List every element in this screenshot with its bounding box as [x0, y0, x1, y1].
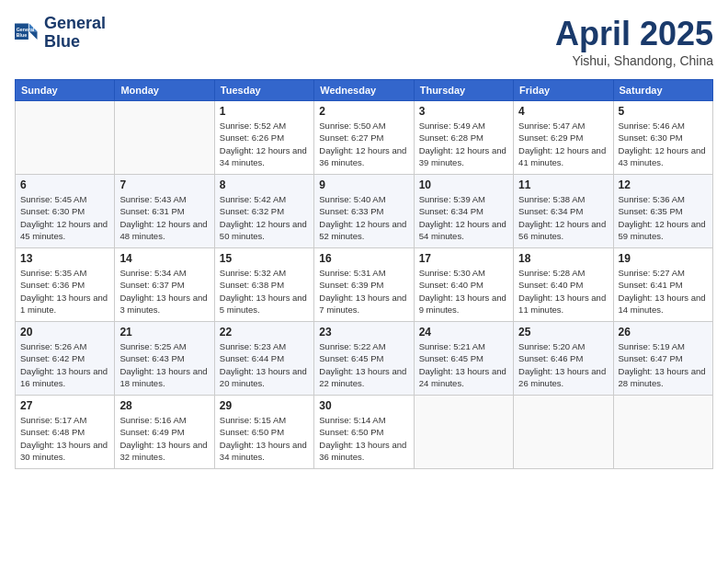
day-info: Sunrise: 5:32 AMSunset: 6:38 PMDaylight:… [220, 267, 309, 316]
day-info: Sunrise: 5:16 AMSunset: 6:49 PMDaylight:… [119, 414, 209, 463]
weekday-header: Tuesday [214, 80, 313, 101]
calendar-day-cell [514, 396, 613, 469]
day-info: Sunrise: 5:23 AMSunset: 6:44 PMDaylight:… [220, 340, 309, 389]
calendar-week-row: 20Sunrise: 5:26 AMSunset: 6:42 PMDayligh… [16, 322, 713, 396]
day-info: Sunrise: 5:43 AMSunset: 6:31 PMDaylight:… [119, 193, 209, 242]
calendar-day-cell: 21Sunrise: 5:25 AMSunset: 6:43 PMDayligh… [115, 322, 214, 396]
svg-text:General: General [17, 27, 35, 32]
day-info: Sunrise: 5:38 AMSunset: 6:34 PMDaylight:… [518, 193, 608, 242]
day-number: 5 [619, 105, 708, 118]
day-info: Sunrise: 5:27 AMSunset: 6:41 PMDaylight:… [619, 267, 708, 316]
day-number: 20 [20, 326, 109, 339]
calendar-day-cell: 7Sunrise: 5:43 AMSunset: 6:31 PMDaylight… [115, 175, 214, 248]
calendar-day-cell [414, 396, 513, 469]
calendar-day-cell: 16Sunrise: 5:31 AMSunset: 6:39 PMDayligh… [314, 248, 414, 322]
calendar-day-cell [16, 101, 115, 175]
day-number: 9 [319, 178, 408, 191]
calendar-body: 1Sunrise: 5:52 AMSunset: 6:26 PMDaylight… [16, 101, 713, 469]
calendar-day-cell: 6Sunrise: 5:45 AMSunset: 6:30 PMDaylight… [16, 175, 115, 248]
calendar-week-row: 13Sunrise: 5:35 AMSunset: 6:36 PMDayligh… [16, 248, 713, 322]
calendar-day-cell: 23Sunrise: 5:22 AMSunset: 6:45 PMDayligh… [314, 322, 414, 396]
day-number: 10 [419, 178, 508, 191]
day-number: 30 [319, 399, 408, 412]
calendar-day-cell: 27Sunrise: 5:17 AMSunset: 6:48 PMDayligh… [16, 396, 115, 469]
calendar-day-cell: 24Sunrise: 5:21 AMSunset: 6:45 PMDayligh… [414, 322, 513, 396]
day-number: 8 [220, 178, 309, 191]
day-info: Sunrise: 5:15 AMSunset: 6:50 PMDaylight:… [220, 414, 309, 463]
day-number: 14 [119, 252, 209, 265]
day-info: Sunrise: 5:49 AMSunset: 6:28 PMDaylight:… [419, 120, 508, 168]
day-info: Sunrise: 5:50 AMSunset: 6:27 PMDaylight:… [319, 120, 408, 168]
day-info: Sunrise: 5:39 AMSunset: 6:34 PMDaylight:… [419, 193, 508, 242]
calendar-day-cell: 5Sunrise: 5:46 AMSunset: 6:30 PMDaylight… [613, 101, 712, 175]
day-info: Sunrise: 5:46 AMSunset: 6:30 PMDaylight:… [619, 120, 708, 168]
calendar-day-cell: 3Sunrise: 5:49 AMSunset: 6:28 PMDaylight… [414, 101, 513, 175]
day-info: Sunrise: 5:14 AMSunset: 6:50 PMDaylight:… [319, 414, 408, 463]
calendar-day-cell: 12Sunrise: 5:36 AMSunset: 6:35 PMDayligh… [613, 175, 712, 248]
svg-text:Blue: Blue [17, 32, 27, 38]
logo-line1: General [44, 15, 106, 33]
day-info: Sunrise: 5:26 AMSunset: 6:42 PMDaylight:… [20, 340, 109, 389]
day-info: Sunrise: 5:34 AMSunset: 6:37 PMDaylight:… [119, 267, 209, 316]
calendar-day-cell: 19Sunrise: 5:27 AMSunset: 6:41 PMDayligh… [613, 248, 712, 322]
calendar-day-cell: 1Sunrise: 5:52 AMSunset: 6:26 PMDaylight… [214, 101, 313, 175]
day-number: 18 [518, 252, 608, 265]
day-info: Sunrise: 5:31 AMSunset: 6:39 PMDaylight:… [319, 267, 408, 316]
calendar-day-cell: 20Sunrise: 5:26 AMSunset: 6:42 PMDayligh… [16, 322, 115, 396]
weekday-header: Sunday [16, 80, 115, 101]
day-number: 21 [119, 326, 209, 339]
day-number: 27 [20, 399, 109, 412]
calendar-day-cell: 8Sunrise: 5:42 AMSunset: 6:32 PMDaylight… [214, 175, 313, 248]
day-number: 12 [619, 178, 708, 191]
day-info: Sunrise: 5:36 AMSunset: 6:35 PMDaylight:… [619, 193, 708, 242]
calendar-day-cell: 26Sunrise: 5:19 AMSunset: 6:47 PMDayligh… [613, 322, 712, 396]
day-number: 11 [518, 178, 608, 191]
weekday-header: Thursday [414, 80, 513, 101]
day-info: Sunrise: 5:19 AMSunset: 6:47 PMDaylight:… [619, 340, 708, 389]
day-number: 29 [220, 399, 309, 412]
logo-line2: Blue [44, 33, 106, 52]
title-block: April 2025 Yishui, Shandong, China [555, 15, 713, 68]
day-number: 17 [419, 252, 508, 265]
day-number: 22 [220, 326, 309, 339]
calendar-day-cell: 11Sunrise: 5:38 AMSunset: 6:34 PMDayligh… [514, 175, 613, 248]
calendar-day-cell: 4Sunrise: 5:47 AMSunset: 6:29 PMDaylight… [514, 101, 613, 175]
day-number: 28 [119, 399, 209, 412]
calendar-day-cell: 17Sunrise: 5:30 AMSunset: 6:40 PMDayligh… [414, 248, 513, 322]
calendar-day-cell: 15Sunrise: 5:32 AMSunset: 6:38 PMDayligh… [214, 248, 313, 322]
day-info: Sunrise: 5:25 AMSunset: 6:43 PMDaylight:… [119, 340, 209, 389]
day-info: Sunrise: 5:52 AMSunset: 6:26 PMDaylight:… [220, 120, 309, 168]
day-number: 25 [518, 326, 608, 339]
calendar-day-cell: 10Sunrise: 5:39 AMSunset: 6:34 PMDayligh… [414, 175, 513, 248]
day-number: 2 [319, 105, 408, 118]
weekday-header: Wednesday [314, 80, 414, 101]
day-number: 23 [319, 326, 408, 339]
day-info: Sunrise: 5:30 AMSunset: 6:40 PMDaylight:… [419, 267, 508, 316]
day-info: Sunrise: 5:20 AMSunset: 6:46 PMDaylight:… [518, 340, 608, 389]
day-info: Sunrise: 5:42 AMSunset: 6:32 PMDaylight:… [220, 193, 309, 242]
day-info: Sunrise: 5:47 AMSunset: 6:29 PMDaylight:… [518, 120, 608, 168]
calendar-header: SundayMondayTuesdayWednesdayThursdayFrid… [16, 80, 713, 101]
calendar-day-cell: 22Sunrise: 5:23 AMSunset: 6:44 PMDayligh… [214, 322, 313, 396]
calendar-day-cell: 13Sunrise: 5:35 AMSunset: 6:36 PMDayligh… [16, 248, 115, 322]
day-number: 16 [319, 252, 408, 265]
calendar-day-cell: 18Sunrise: 5:28 AMSunset: 6:40 PMDayligh… [514, 248, 613, 322]
day-number: 19 [619, 252, 708, 265]
weekday-header: Saturday [613, 80, 712, 101]
day-info: Sunrise: 5:28 AMSunset: 6:40 PMDaylight:… [518, 267, 608, 316]
calendar-day-cell [613, 396, 712, 469]
day-info: Sunrise: 5:40 AMSunset: 6:33 PMDaylight:… [319, 193, 408, 242]
calendar-day-cell [115, 101, 214, 175]
day-number: 7 [119, 178, 209, 191]
day-number: 3 [419, 105, 508, 118]
day-info: Sunrise: 5:45 AMSunset: 6:30 PMDaylight:… [20, 193, 109, 242]
day-info: Sunrise: 5:22 AMSunset: 6:45 PMDaylight:… [319, 340, 408, 389]
calendar-day-cell: 25Sunrise: 5:20 AMSunset: 6:46 PMDayligh… [514, 322, 613, 396]
logo: General Blue General Blue [15, 15, 106, 52]
calendar-day-cell: 2Sunrise: 5:50 AMSunset: 6:27 PMDaylight… [314, 101, 414, 175]
calendar-day-cell: 9Sunrise: 5:40 AMSunset: 6:33 PMDaylight… [314, 175, 414, 248]
logo-icon: General Blue [15, 20, 40, 46]
calendar-table: SundayMondayTuesdayWednesdayThursdayFrid… [15, 79, 713, 469]
calendar-week-row: 6Sunrise: 5:45 AMSunset: 6:30 PMDaylight… [16, 175, 713, 248]
day-info: Sunrise: 5:35 AMSunset: 6:36 PMDaylight:… [20, 267, 109, 316]
